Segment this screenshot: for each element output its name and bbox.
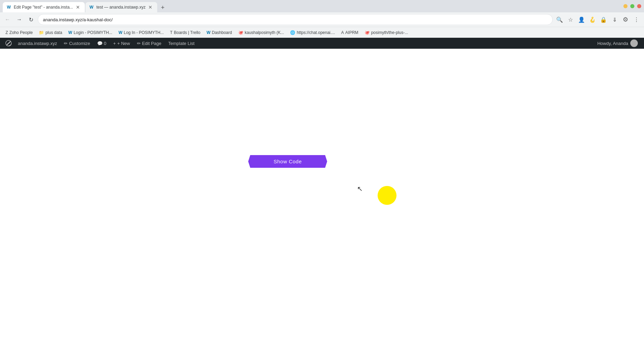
show-code-button[interactable]: Show Code <box>248 155 327 168</box>
wp-howdy[interactable]: Howdy, Ananda <box>594 39 641 47</box>
bookmark-zoho-label: Zoho People <box>9 30 33 35</box>
tab-2[interactable]: W test — ananda.instawp.xyz ✕ <box>85 2 157 12</box>
bookmark-aiprm-favicon: A <box>341 30 344 35</box>
close-window-button[interactable]: ✕ <box>637 4 641 8</box>
yellow-circle <box>378 186 396 205</box>
wp-logo-item[interactable] <box>3 38 14 49</box>
wp-customize-label: Customize <box>69 41 90 46</box>
tab-1-close[interactable]: ✕ <box>75 4 81 11</box>
extensions-btn[interactable]: 🪝 <box>588 15 597 24</box>
maximize-button[interactable]: □ <box>630 4 634 8</box>
wp-new-icon: + <box>113 41 116 46</box>
tab-2-favicon: W <box>90 5 94 10</box>
account-btn[interactable]: ⚙ <box>621 15 630 24</box>
wp-howdy-text: Howdy, Ananda <box>597 41 628 46</box>
wp-comments-count: 0 <box>104 41 106 46</box>
wp-customize-icon: ✏ <box>64 41 68 46</box>
bookmark-chatgpt-favicon: 🌐 <box>290 30 295 35</box>
bookmark-kaushal-favicon: 🐙 <box>238 30 243 35</box>
bookmark-plus-data[interactable]: 📁 plus data <box>36 29 65 36</box>
bookmark-zoho-favicon: Z <box>5 30 8 35</box>
wp-admin-right: Howdy, Ananda <box>594 39 641 47</box>
bookmark-trello[interactable]: T Boards | Trello <box>167 29 203 36</box>
bookmark-dashboard[interactable]: W Dashboard <box>204 29 235 36</box>
title-bar: W Edit Page "test" - ananda.insta... ✕ W… <box>0 0 644 12</box>
tab-strip: W Edit Page "test" - ananda.insta... ✕ W… <box>3 0 622 12</box>
reload-button[interactable]: ↻ <box>26 15 36 24</box>
bookmark-login2-posimyth[interactable]: W Log In - POSIMYTH... <box>116 29 166 36</box>
bookmark-login-posimyth-label: Login - POSIMYTH... <box>73 30 112 35</box>
wp-avatar <box>630 39 638 47</box>
tab-2-close[interactable]: ✕ <box>148 4 153 11</box>
tab-1-title: Edit Page "test" - ananda.insta... <box>14 5 73 10</box>
back-button[interactable]: ← <box>3 15 12 24</box>
wp-edit-page[interactable]: ✏ Edit Page <box>134 38 165 49</box>
menu-btn[interactable]: ⋮ <box>632 15 641 24</box>
shield-btn[interactable]: 🔒 <box>599 15 608 24</box>
wp-edit-page-icon: ✏ <box>137 41 141 46</box>
wp-site-name-label: ananda.instawp.xyz <box>18 41 57 46</box>
wp-template-list-label: Template List <box>168 41 195 46</box>
minimize-button[interactable]: — <box>623 4 628 8</box>
tab-1-favicon: W <box>7 5 12 10</box>
wp-site-name[interactable]: ananda.instawp.xyz <box>14 38 60 49</box>
bookmark-login-posimyth-favicon: W <box>68 30 72 35</box>
tab-2-title: test — ananda.instawp.xyz <box>96 5 146 10</box>
page-content: Show Code ↖ <box>0 49 644 351</box>
bookmark-plus-favicon: 📁 <box>39 30 44 35</box>
bookmark-login2-posimyth-label: Log In - POSIMYTH... <box>124 30 164 35</box>
bookmark-star-btn[interactable]: ☆ <box>566 15 575 24</box>
download-btn[interactable]: ⇓ <box>610 15 619 24</box>
wp-customize[interactable]: ✏ Customize <box>60 38 93 49</box>
bookmark-chatgpt-label: https://chat.openai.... <box>297 30 335 35</box>
wp-new[interactable]: + + New <box>110 38 134 49</box>
wp-comments[interactable]: 💬 0 <box>94 38 110 49</box>
address-input[interactable]: ananda.instawp.xyz/a-kaushal-doc/ <box>38 14 553 25</box>
browser-frame: W Edit Page "test" - ananda.insta... ✕ W… <box>0 0 644 351</box>
bookmark-dashboard-favicon: W <box>207 30 210 35</box>
profile-btn[interactable]: 👤 <box>577 15 586 24</box>
wp-template-list[interactable]: Template List <box>165 38 198 49</box>
bookmark-kaushal-label: kaushalposimyth (K... <box>245 30 284 35</box>
bookmark-dashboard-label: Dashboard <box>212 30 232 35</box>
bookmark-zoho-people[interactable]: Z Zoho People <box>3 29 35 36</box>
bookmark-aiprm[interactable]: A AIPRM <box>338 29 361 36</box>
bookmark-trello-favicon: T <box>170 30 172 35</box>
bookmark-plus-label: plus data <box>45 30 62 35</box>
wp-new-label: + New <box>117 41 130 46</box>
new-tab-button[interactable]: + <box>158 3 168 12</box>
bookmark-posimyth-plus-label: posimyth/the-plus-... <box>371 30 408 35</box>
show-code-label: Show Code <box>274 159 302 164</box>
bookmark-trello-label: Boards | Trello <box>174 30 200 35</box>
toolbar-icons: 🔍 ☆ 👤 🪝 🔒 ⇓ ⚙ ⋮ <box>555 15 641 24</box>
bookmarks-bar: Z Zoho People 📁 plus data W Login - POSI… <box>0 27 644 38</box>
bookmark-posimyth-plus[interactable]: 🐙 posimyth/the-plus-... <box>362 29 411 36</box>
bookmark-kaushal[interactable]: 🐙 kaushalposimyth (K... <box>235 29 287 36</box>
address-bar-row: ← → ↻ ananda.instawp.xyz/a-kaushal-doc/ … <box>0 12 644 27</box>
tab-1[interactable]: W Edit Page "test" - ananda.insta... ✕ <box>3 2 85 12</box>
bookmark-posimyth-plus-favicon: 🐙 <box>365 30 370 35</box>
wp-admin-bar: ananda.instawp.xyz ✏ Customize 💬 0 + + N… <box>0 38 644 49</box>
address-text: ananda.instawp.xyz/a-kaushal-doc/ <box>43 17 113 22</box>
forward-button[interactable]: → <box>14 15 24 24</box>
bookmark-login2-posimyth-favicon: W <box>118 30 122 35</box>
wp-comments-icon: 💬 <box>97 41 103 46</box>
search-icon-btn[interactable]: 🔍 <box>555 15 564 24</box>
window-controls: — □ ✕ <box>623 4 641 8</box>
bookmark-aiprm-label: AIPRM <box>345 30 358 35</box>
bookmark-chatgpt[interactable]: 🌐 https://chat.openai.... <box>287 29 337 36</box>
wp-edit-page-label: Edit Page <box>142 41 161 46</box>
bookmark-login-posimyth[interactable]: W Login - POSIMYTH... <box>66 29 115 36</box>
cursor-indicator: ↖ <box>357 185 363 193</box>
